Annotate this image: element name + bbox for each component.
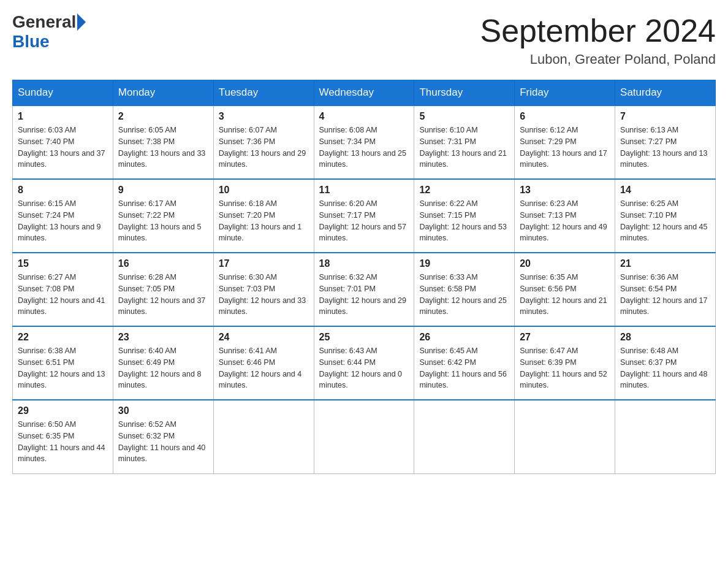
table-row: 12 Sunrise: 6:22 AM Sunset: 7:15 PM Dayl… (414, 179, 515, 253)
day-info: Sunrise: 6:43 AM Sunset: 6:44 PM Dayligh… (319, 345, 409, 391)
day-info: Sunrise: 6:05 AM Sunset: 7:38 PM Dayligh… (118, 124, 208, 170)
table-row (515, 400, 615, 473)
day-info: Sunrise: 6:27 AM Sunset: 7:08 PM Dayligh… (18, 272, 108, 318)
day-number: 6 (520, 111, 610, 122)
table-row: 14 Sunrise: 6:25 AM Sunset: 7:10 PM Dayl… (615, 179, 716, 253)
col-monday: Monday (113, 80, 213, 106)
day-info: Sunrise: 6:52 AM Sunset: 6:32 PM Dayligh… (118, 419, 208, 465)
day-info: Sunrise: 6:41 AM Sunset: 6:46 PM Dayligh… (219, 345, 309, 391)
day-info: Sunrise: 6:20 AM Sunset: 7:17 PM Dayligh… (319, 198, 409, 244)
col-sunday: Sunday (13, 80, 113, 106)
day-number: 18 (319, 258, 409, 269)
table-row: 13 Sunrise: 6:23 AM Sunset: 7:13 PM Dayl… (515, 179, 615, 253)
day-info: Sunrise: 6:07 AM Sunset: 7:36 PM Dayligh… (219, 124, 309, 170)
logo-general-text: General (12, 12, 76, 32)
day-number: 8 (18, 185, 108, 196)
col-wednesday: Wednesday (314, 80, 414, 106)
day-info: Sunrise: 6:38 AM Sunset: 6:51 PM Dayligh… (18, 345, 108, 391)
day-number: 7 (620, 111, 710, 122)
table-row: 3 Sunrise: 6:07 AM Sunset: 7:36 PM Dayli… (213, 105, 314, 179)
month-title: September 2024 (480, 12, 716, 49)
day-number: 28 (620, 332, 710, 343)
day-number: 11 (319, 185, 409, 196)
table-row: 15 Sunrise: 6:27 AM Sunset: 7:08 PM Dayl… (13, 253, 113, 326)
day-info: Sunrise: 6:33 AM Sunset: 6:58 PM Dayligh… (419, 272, 509, 318)
day-info: Sunrise: 6:17 AM Sunset: 7:22 PM Dayligh… (118, 198, 208, 244)
table-row: 7 Sunrise: 6:13 AM Sunset: 7:27 PM Dayli… (615, 105, 716, 179)
day-info: Sunrise: 6:25 AM Sunset: 7:10 PM Dayligh… (620, 198, 710, 244)
day-number: 24 (219, 332, 309, 343)
table-row: 24 Sunrise: 6:41 AM Sunset: 6:46 PM Dayl… (213, 326, 314, 400)
logo-arrow-icon (77, 13, 86, 31)
table-row: 8 Sunrise: 6:15 AM Sunset: 7:24 PM Dayli… (13, 179, 113, 253)
page-header: General Blue September 2024 Lubon, Great… (12, 12, 716, 67)
table-row: 19 Sunrise: 6:33 AM Sunset: 6:58 PM Dayl… (414, 253, 515, 326)
calendar-week-row: 22 Sunrise: 6:38 AM Sunset: 6:51 PM Dayl… (13, 326, 716, 400)
table-row (414, 400, 515, 473)
day-number: 27 (520, 332, 610, 343)
day-number: 16 (118, 258, 208, 269)
table-row: 11 Sunrise: 6:20 AM Sunset: 7:17 PM Dayl… (314, 179, 414, 253)
table-row: 4 Sunrise: 6:08 AM Sunset: 7:34 PM Dayli… (314, 105, 414, 179)
table-row: 2 Sunrise: 6:05 AM Sunset: 7:38 PM Dayli… (113, 105, 213, 179)
table-row: 10 Sunrise: 6:18 AM Sunset: 7:20 PM Dayl… (213, 179, 314, 253)
day-info: Sunrise: 6:08 AM Sunset: 7:34 PM Dayligh… (319, 124, 409, 170)
table-row: 9 Sunrise: 6:17 AM Sunset: 7:22 PM Dayli… (113, 179, 213, 253)
day-number: 20 (520, 258, 610, 269)
table-row: 29 Sunrise: 6:50 AM Sunset: 6:35 PM Dayl… (13, 400, 113, 473)
day-info: Sunrise: 6:48 AM Sunset: 6:37 PM Dayligh… (620, 345, 710, 391)
day-info: Sunrise: 6:28 AM Sunset: 7:05 PM Dayligh… (118, 272, 208, 318)
table-row: 28 Sunrise: 6:48 AM Sunset: 6:37 PM Dayl… (615, 326, 716, 400)
col-saturday: Saturday (615, 80, 716, 106)
calendar-week-row: 15 Sunrise: 6:27 AM Sunset: 7:08 PM Dayl… (13, 253, 716, 326)
table-row: 5 Sunrise: 6:10 AM Sunset: 7:31 PM Dayli… (414, 105, 515, 179)
day-number: 21 (620, 258, 710, 269)
day-info: Sunrise: 6:45 AM Sunset: 6:42 PM Dayligh… (419, 345, 509, 391)
location: Lubon, Greater Poland, Poland (480, 52, 716, 67)
table-row: 6 Sunrise: 6:12 AM Sunset: 7:29 PM Dayli… (515, 105, 615, 179)
table-row: 20 Sunrise: 6:35 AM Sunset: 6:56 PM Dayl… (515, 253, 615, 326)
day-number: 30 (118, 405, 208, 416)
table-row: 16 Sunrise: 6:28 AM Sunset: 7:05 PM Dayl… (113, 253, 213, 326)
day-info: Sunrise: 6:10 AM Sunset: 7:31 PM Dayligh… (419, 124, 509, 170)
calendar-header-row: Sunday Monday Tuesday Wednesday Thursday… (13, 80, 716, 106)
table-row: 27 Sunrise: 6:47 AM Sunset: 6:39 PM Dayl… (515, 326, 615, 400)
table-row (615, 400, 716, 473)
day-number: 13 (520, 185, 610, 196)
day-info: Sunrise: 6:15 AM Sunset: 7:24 PM Dayligh… (18, 198, 108, 244)
day-number: 17 (219, 258, 309, 269)
logo-blue-text: Blue (12, 32, 50, 51)
day-number: 26 (419, 332, 509, 343)
day-number: 12 (419, 185, 509, 196)
day-number: 14 (620, 185, 710, 196)
calendar-table: Sunday Monday Tuesday Wednesday Thursday… (12, 80, 716, 474)
day-info: Sunrise: 6:50 AM Sunset: 6:35 PM Dayligh… (18, 419, 108, 465)
table-row: 30 Sunrise: 6:52 AM Sunset: 6:32 PM Dayl… (113, 400, 213, 473)
table-row: 18 Sunrise: 6:32 AM Sunset: 7:01 PM Dayl… (314, 253, 414, 326)
day-number: 5 (419, 111, 509, 122)
day-info: Sunrise: 6:03 AM Sunset: 7:40 PM Dayligh… (18, 124, 108, 170)
col-tuesday: Tuesday (213, 80, 314, 106)
table-row: 21 Sunrise: 6:36 AM Sunset: 6:54 PM Dayl… (615, 253, 716, 326)
day-info: Sunrise: 6:23 AM Sunset: 7:13 PM Dayligh… (520, 198, 610, 244)
table-row: 25 Sunrise: 6:43 AM Sunset: 6:44 PM Dayl… (314, 326, 414, 400)
table-row: 17 Sunrise: 6:30 AM Sunset: 7:03 PM Dayl… (213, 253, 314, 326)
day-number: 15 (18, 258, 108, 269)
table-row: 1 Sunrise: 6:03 AM Sunset: 7:40 PM Dayli… (13, 105, 113, 179)
table-row (314, 400, 414, 473)
day-info: Sunrise: 6:32 AM Sunset: 7:01 PM Dayligh… (319, 272, 409, 318)
day-number: 10 (219, 185, 309, 196)
day-info: Sunrise: 6:47 AM Sunset: 6:39 PM Dayligh… (520, 345, 610, 391)
day-number: 19 (419, 258, 509, 269)
day-number: 29 (18, 405, 108, 416)
day-info: Sunrise: 6:35 AM Sunset: 6:56 PM Dayligh… (520, 272, 610, 318)
day-number: 22 (18, 332, 108, 343)
day-number: 4 (319, 111, 409, 122)
day-info: Sunrise: 6:18 AM Sunset: 7:20 PM Dayligh… (219, 198, 309, 244)
calendar-week-row: 8 Sunrise: 6:15 AM Sunset: 7:24 PM Dayli… (13, 179, 716, 253)
calendar-week-row: 1 Sunrise: 6:03 AM Sunset: 7:40 PM Dayli… (13, 105, 716, 179)
day-number: 25 (319, 332, 409, 343)
day-info: Sunrise: 6:36 AM Sunset: 6:54 PM Dayligh… (620, 272, 710, 318)
table-row: 23 Sunrise: 6:40 AM Sunset: 6:49 PM Dayl… (113, 326, 213, 400)
col-thursday: Thursday (414, 80, 515, 106)
